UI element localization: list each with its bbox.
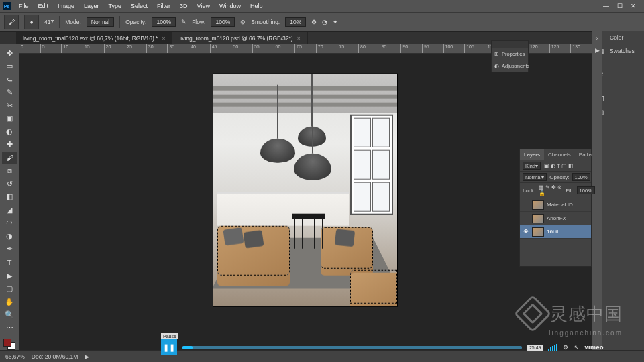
video-controls: Pause ❚❚ 25:49 ⚙ ⇱ vimeo [161, 339, 604, 355]
settings-icon[interactable]: ⚙ [563, 344, 568, 351]
crop-tool[interactable]: ✂ [2, 99, 17, 112]
lock-icon[interactable]: ▦ [539, 184, 544, 190]
menu-layer[interactable]: Layer [80, 1, 103, 11]
vimeo-logo[interactable]: vimeo [584, 344, 604, 351]
menu-image[interactable]: Image [54, 1, 78, 11]
expand-icon[interactable]: « [595, 35, 598, 42]
history-brush-tool[interactable]: ↺ [2, 178, 17, 190]
tab-paths[interactable]: Paths [575, 149, 596, 160]
filter-type-icon[interactable]: ◧ [568, 163, 574, 169]
smoothing-options-icon[interactable]: ⚙ [311, 19, 317, 25]
window-close[interactable]: ✕ [631, 3, 636, 9]
flow-field[interactable]: 100% [211, 17, 235, 27]
share-icon[interactable]: ⇱ [574, 344, 579, 351]
move-tool[interactable]: ✥ [2, 47, 17, 60]
layer-thumbnail[interactable] [532, 200, 544, 210]
lock-icon[interactable]: ✎ [545, 184, 550, 190]
menu-file[interactable]: File [15, 1, 33, 11]
menu-select[interactable]: Select [127, 1, 152, 11]
pressure-size-icon[interactable]: ◔ [322, 19, 327, 25]
tool-preset-icon[interactable]: 🖌 [4, 15, 19, 29]
window-minimize[interactable]: — [603, 3, 609, 9]
layer-fill-field[interactable]: 100% [577, 186, 595, 194]
opacity-label: Opacity: [549, 174, 569, 180]
zoom-tool[interactable]: 🔍 [2, 308, 17, 321]
pause-button[interactable]: Pause ❚❚ [161, 339, 177, 355]
layer-thumbnail[interactable] [532, 214, 544, 223]
layer-thumbnail[interactable] [532, 227, 544, 237]
layer-blend-mode[interactable]: Normal ▾ [523, 173, 547, 181]
panel-label: Swatches [610, 48, 635, 54]
progress-bar[interactable] [182, 346, 522, 349]
image-region [350, 115, 393, 215]
marquee-tool[interactable]: ▭ [2, 60, 17, 73]
filter-type-icon[interactable]: ▢ [561, 163, 567, 169]
menu-type[interactable]: Type [105, 1, 126, 11]
filter-type-icon[interactable]: ▣ [544, 163, 549, 169]
pressure-opacity-icon[interactable]: ✎ [181, 19, 186, 25]
brush-tool[interactable]: 🖌 [2, 152, 17, 164]
dodge-tool[interactable]: ◑ [2, 230, 17, 243]
document-canvas[interactable] [213, 74, 397, 306]
lasso-tool[interactable]: ⊂ [2, 73, 17, 86]
menu-3d[interactable]: 3D [176, 1, 192, 11]
document-tab[interactable]: living_room_final0120.exr @ 66,7% (16bit… [16, 32, 172, 44]
stamp-tool[interactable]: ⧇ [2, 165, 17, 178]
menu-help[interactable]: Help [246, 1, 267, 11]
floating-panel-group[interactable]: ⊞ Properties ◐ Adjustments [491, 40, 529, 72]
visibility-icon[interactable]: 👁 [523, 229, 529, 235]
panel-adjustments[interactable]: ◐ Adjustments [492, 60, 528, 72]
window-maximize[interactable]: ☐ [617, 3, 623, 9]
layer-row[interactable]: ArionFX [520, 212, 591, 225]
document-tab[interactable]: living_room_m0120.psd @ 66,7% (RGB/32*) … [172, 32, 307, 44]
airbrush-icon[interactable]: ⊙ [240, 19, 246, 25]
menu-view[interactable]: View [193, 1, 214, 11]
filter-type-icon[interactable]: ◐ [551, 163, 555, 169]
panel-properties[interactable]: ⊞ Properties [492, 48, 528, 60]
play-icon[interactable]: ▶ [595, 47, 600, 54]
pen-tool[interactable]: ✒ [2, 243, 17, 256]
zoom-readout[interactable]: 66,67% [5, 353, 25, 360]
lock-icon[interactable]: ✥ [551, 184, 556, 190]
lock-icon[interactable]: ⊘ [557, 184, 562, 190]
color-swatch[interactable] [3, 339, 15, 350]
filter-type-icon[interactable]: T [557, 163, 560, 169]
menu-window[interactable]: Window [215, 1, 245, 11]
layer-filter-kind[interactable]: Kind ▾ [523, 162, 541, 170]
eraser-tool[interactable]: ◧ [2, 191, 17, 204]
panel-drag-handle[interactable] [492, 41, 528, 48]
options-bar: 🖌 ● 417 Mode: Normal Opacity: 100% ✎ Flo… [0, 12, 644, 31]
brush-size[interactable]: 417 [44, 19, 54, 25]
healing-tool[interactable]: ✚ [2, 139, 17, 152]
layer-opacity-field[interactable]: 100% [572, 173, 590, 181]
brush-preview-icon[interactable]: ● [24, 15, 39, 29]
edit-toolbar[interactable]: ⋯ [2, 322, 17, 335]
close-icon[interactable]: × [162, 35, 165, 42]
tab-layers[interactable]: Layers [520, 149, 544, 160]
volume-icon[interactable] [548, 344, 557, 351]
rectangle-tool[interactable]: ▢ [2, 282, 17, 295]
menu-filter[interactable]: Filter [153, 1, 174, 11]
symmetry-icon[interactable]: ✦ [333, 19, 338, 25]
layer-row[interactable]: Material ID [520, 198, 591, 212]
opacity-field[interactable]: 100% [152, 17, 176, 27]
mode-label: Mode: [65, 19, 81, 25]
gradient-tool[interactable]: ◪ [2, 204, 17, 217]
close-icon[interactable]: × [297, 35, 301, 42]
path-select-tool[interactable]: ▶ [2, 269, 17, 282]
hand-tool[interactable]: ✋ [2, 296, 17, 308]
lock-icon[interactable]: 🔒 [539, 190, 545, 196]
status-arrow-icon[interactable]: ▶ [85, 353, 89, 360]
canvas-viewport[interactable] [19, 54, 592, 350]
menu-edit[interactable]: Edit [34, 1, 53, 11]
type-tool[interactable]: T [2, 256, 17, 269]
blur-tool[interactable]: ◠ [2, 217, 17, 230]
tab-channels[interactable]: Channels [544, 149, 575, 160]
blend-mode-select[interactable]: Normal [87, 17, 114, 27]
quick-select-tool[interactable]: ✎ [2, 86, 17, 99]
eyedropper-tool[interactable]: ◐ [2, 125, 17, 138]
smoothing-field[interactable]: 10% [285, 17, 306, 27]
frame-tool[interactable]: ▣ [2, 113, 17, 125]
layer-row[interactable]: 👁16bit [520, 225, 591, 239]
doc-size-readout[interactable]: Doc: 20,0M/60,1M [32, 353, 78, 360]
